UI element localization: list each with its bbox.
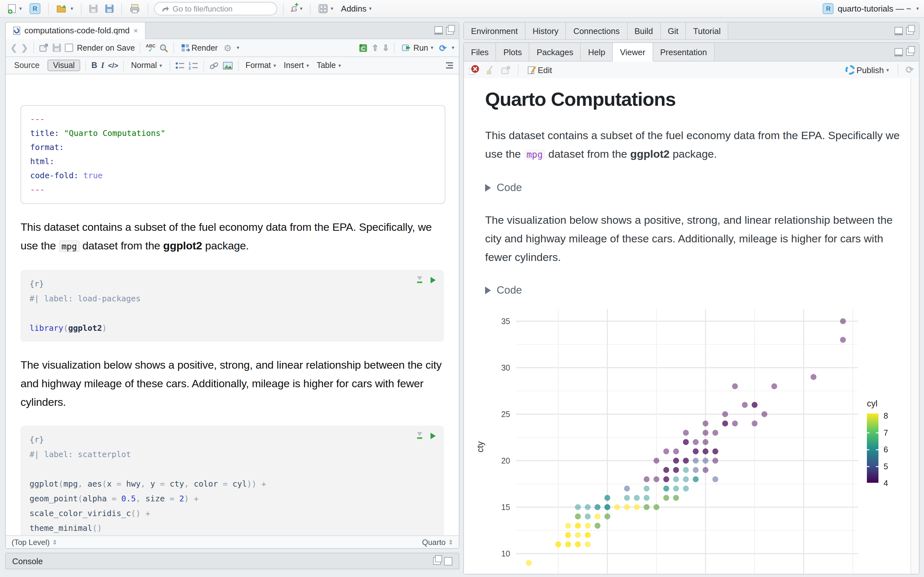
gear-icon[interactable]: ⚙ bbox=[224, 43, 232, 53]
tab-build[interactable]: Build bbox=[627, 23, 661, 39]
open-file-button[interactable]: ▾ bbox=[55, 3, 75, 14]
code-line: scale_color_viridis_c() + bbox=[29, 506, 435, 521]
tab-label: Help bbox=[588, 47, 606, 57]
outline-icon[interactable] bbox=[445, 61, 454, 69]
viewer-document[interactable]: Quarto Computations This dataset contain… bbox=[464, 78, 911, 574]
code-chunk-load-packages[interactable]: {r}#| label: load-packages library(ggplo… bbox=[21, 270, 444, 342]
tab-label: Presentation bbox=[660, 47, 707, 57]
minimize-icon[interactable] bbox=[895, 48, 903, 56]
y-axis-tick-labels: 101520253035 bbox=[501, 317, 510, 558]
editor-paragraph[interactable]: This dataset contains a subset of the fu… bbox=[21, 218, 444, 256]
print-icon bbox=[129, 4, 140, 13]
tab-help[interactable]: Help bbox=[581, 43, 613, 61]
run-chunk-icon[interactable] bbox=[430, 276, 436, 284]
go-next-chunk-icon[interactable]: ⇩ bbox=[383, 43, 389, 53]
print-button[interactable] bbox=[128, 3, 142, 14]
new-project-button[interactable]: R bbox=[27, 3, 42, 15]
spellcheck-icon[interactable]: ABC✓ bbox=[145, 43, 155, 52]
go-prev-chunk-icon[interactable]: ⇧ bbox=[372, 43, 379, 53]
toolbar-separator bbox=[121, 3, 122, 15]
popout-icon[interactable] bbox=[501, 66, 511, 74]
svg-text:30: 30 bbox=[501, 363, 510, 372]
table-menu[interactable]: Table▾ bbox=[315, 60, 343, 71]
back-icon[interactable]: ❮ bbox=[10, 43, 17, 53]
numbered-list-icon[interactable]: 12 bbox=[188, 61, 198, 69]
source-editor-pane: computations-code-fold.qmd × ❮ ❯ Render … bbox=[5, 22, 459, 549]
viewer-scrollbar[interactable] bbox=[911, 78, 919, 574]
maximize-icon[interactable] bbox=[446, 27, 454, 34]
code-fold-toggle[interactable]: Code bbox=[485, 181, 911, 193]
publish-button[interactable]: Publish ▾ bbox=[843, 64, 891, 76]
restore-icon[interactable] bbox=[433, 557, 441, 565]
tab-history[interactable]: History bbox=[525, 23, 566, 39]
visual-mode-button[interactable]: Visual bbox=[47, 60, 81, 71]
source-rerun-icon[interactable]: ⟳ bbox=[439, 43, 447, 53]
render-on-save-checkbox[interactable] bbox=[65, 44, 73, 52]
chevron-down-icon: ▾ bbox=[338, 63, 341, 68]
tab-tutorial[interactable]: Tutorial bbox=[686, 23, 729, 39]
new-chunk-icon[interactable]: C+ bbox=[358, 43, 368, 53]
maximize-icon[interactable] bbox=[444, 557, 452, 565]
code-line: title: "Quarto Computations" bbox=[30, 126, 436, 140]
bullet-list-icon[interactable] bbox=[175, 61, 184, 69]
code-button[interactable]: </> bbox=[108, 61, 118, 69]
render-button[interactable]: Render bbox=[179, 43, 220, 53]
image-icon[interactable] bbox=[222, 61, 233, 69]
yaml-block[interactable]: ---title: "Quarto Computations"format: h… bbox=[21, 105, 445, 204]
edit-button[interactable]: Edit bbox=[525, 64, 554, 75]
minimize-icon[interactable] bbox=[895, 27, 903, 35]
minimize-icon[interactable] bbox=[435, 26, 443, 35]
maximize-icon[interactable] bbox=[906, 27, 914, 35]
console-pane-header[interactable]: Console bbox=[5, 553, 459, 569]
tab-environment[interactable]: Environment bbox=[464, 23, 525, 39]
run-button[interactable]: Run ▾ bbox=[400, 43, 435, 53]
code-line: {r} bbox=[29, 276, 435, 291]
refresh-icon[interactable]: ⟳ bbox=[906, 64, 914, 76]
link-icon[interactable] bbox=[209, 61, 218, 69]
editor-tab[interactable]: computations-code-fold.qmd × bbox=[6, 23, 145, 39]
forward-icon[interactable]: ❯ bbox=[21, 43, 28, 53]
editor-content[interactable]: ---title: "Quarto Computations"format: h… bbox=[6, 94, 459, 546]
search-icon[interactable] bbox=[160, 43, 168, 52]
chevron-down-icon: ▾ bbox=[331, 6, 333, 11]
pane-layout-button[interactable]: ▾ bbox=[317, 3, 335, 14]
code-fold-toggle[interactable]: Code bbox=[485, 284, 911, 296]
file-type[interactable]: Quarto bbox=[422, 538, 446, 546]
data-points bbox=[526, 318, 846, 566]
svg-text:10: 10 bbox=[501, 549, 510, 558]
svg-text:25: 25 bbox=[501, 410, 510, 419]
editor-paragraph[interactable]: The visualization below shows a positive… bbox=[21, 356, 444, 412]
stop-icon[interactable] bbox=[469, 65, 479, 75]
code-chunk-scatterplot[interactable]: {r}#| label: scatterplot ggplot(mpg, aes… bbox=[21, 426, 444, 542]
run-chunks-above-icon[interactable] bbox=[416, 432, 423, 440]
insert-menu[interactable]: Insert▾ bbox=[282, 60, 311, 71]
save-icon[interactable] bbox=[53, 44, 61, 52]
table-label: Table bbox=[317, 61, 336, 70]
maximize-icon[interactable] bbox=[906, 48, 914, 56]
save-all-button[interactable] bbox=[103, 4, 115, 13]
tab-git[interactable]: Git bbox=[661, 23, 686, 39]
popout-icon[interactable] bbox=[39, 44, 49, 52]
bold-button[interactable]: B bbox=[91, 61, 97, 70]
outline-scope[interactable]: (Top Level) bbox=[11, 538, 50, 546]
new-file-button[interactable]: ▾ bbox=[5, 3, 24, 15]
addins-button[interactable]: Addins ▾ bbox=[339, 3, 374, 14]
broom-icon[interactable] bbox=[485, 65, 495, 75]
tab-presentation[interactable]: Presentation bbox=[653, 43, 714, 61]
source-mode-button[interactable]: Source bbox=[10, 60, 43, 71]
tab-connections[interactable]: Connections bbox=[566, 23, 628, 39]
close-icon[interactable]: × bbox=[134, 26, 138, 35]
tab-files[interactable]: Files bbox=[464, 43, 496, 61]
goto-file-input[interactable]: Go to file/function bbox=[154, 2, 277, 15]
vcs-button[interactable]: G+- ▾ bbox=[289, 3, 304, 14]
tab-viewer[interactable]: Viewer bbox=[613, 43, 653, 61]
italic-button[interactable]: I bbox=[101, 61, 104, 70]
tab-plots[interactable]: Plots bbox=[496, 43, 530, 61]
paragraph-style-select[interactable]: Normal ▾ bbox=[129, 60, 164, 71]
run-chunks-above-icon[interactable] bbox=[416, 276, 423, 284]
run-chunk-icon[interactable] bbox=[430, 432, 436, 440]
project-menu[interactable]: R quarto-tutorials — ~ ▾ bbox=[823, 3, 919, 14]
save-button[interactable] bbox=[87, 4, 99, 13]
format-menu[interactable]: Format▾ bbox=[244, 60, 278, 71]
tab-packages[interactable]: Packages bbox=[530, 43, 581, 61]
